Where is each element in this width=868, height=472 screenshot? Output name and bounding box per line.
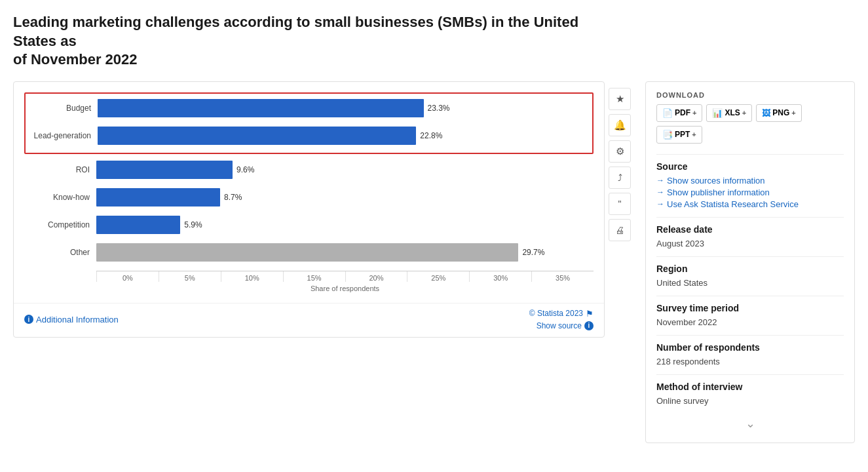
x-axis: 0% 5% 10% 15% 20% 25% 30% 35% (96, 271, 594, 282)
region-section: Region United States (656, 264, 844, 288)
download-section: DOWNLOAD 📄 PDF + 📊 XLS + 🖼 PNG + (656, 91, 844, 144)
bar-value-competition: 5.9% (184, 220, 202, 229)
method-section: Method of interview Online survey (656, 382, 844, 406)
info-icon: i (24, 315, 33, 324)
bar-value-lead-generation: 22.8% (420, 131, 442, 140)
bar-row-competition: Competition 5.9% (24, 216, 594, 234)
divider-5 (656, 335, 844, 336)
bar-label-budget: Budget (26, 104, 98, 113)
x-axis-label: Share of respondents (96, 285, 594, 292)
bar-value-knowhow: 8.7% (224, 193, 242, 202)
respondents-title: Number of respondents (656, 342, 844, 353)
bar-label-knowhow: Know-how (24, 193, 96, 202)
xls-icon: 📊 (712, 108, 723, 118)
bar-knowhow (96, 188, 220, 206)
divider-3 (656, 256, 844, 257)
ppt-label: PPT (675, 130, 690, 139)
bar-row-budget: Budget 23.3% (26, 99, 587, 117)
bar-container-budget: 23.3% (98, 99, 587, 117)
method-title: Method of interview (656, 382, 844, 392)
download-png-button[interactable]: 🖼 PNG + (756, 104, 801, 122)
source-title: Source (656, 161, 844, 172)
show-source-button[interactable]: Show source i (537, 321, 594, 330)
bar-label-competition: Competition (24, 220, 96, 229)
bar-row-lead-generation: Lead-generation 22.8% (26, 127, 587, 145)
region-value: United States (656, 278, 844, 288)
bar-competition (96, 216, 180, 234)
bar-lead-generation (98, 127, 416, 145)
ppt-plus: + (692, 130, 696, 138)
chart-inner: Budget 23.3% Lead-generation 22.8% (14, 82, 604, 298)
png-plus: + (791, 109, 795, 117)
png-icon: 🖼 (762, 108, 770, 118)
survey-time-title: Survey time period (656, 303, 844, 313)
ask-statista-link[interactable]: Use Ask Statista Research Service (656, 199, 844, 209)
bar-label-lead-generation: Lead-generation (26, 131, 98, 140)
flag-icon: ⚑ (586, 309, 594, 319)
respondents-value: 218 respondents (656, 357, 844, 366)
bar-label-other: Other (24, 248, 96, 257)
x-tick-20: 20% (345, 271, 407, 282)
x-tick-10: 10% (221, 271, 283, 282)
right-panel: DOWNLOAD 📄 PDF + 📊 XLS + 🖼 PNG + (645, 81, 855, 443)
x-tick-30: 30% (469, 271, 531, 282)
bar-row-knowhow: Know-how 8.7% (24, 188, 594, 206)
bar-other (96, 243, 518, 262)
method-value: Online survey (656, 396, 844, 406)
source-section: Source Show sources information Show pub… (656, 161, 844, 209)
release-date-value: August 2023 (656, 239, 844, 248)
bar-label-roi: ROI (24, 165, 96, 174)
ppt-icon: 📑 (662, 130, 673, 140)
additional-info-button[interactable]: i Additional Information (24, 315, 119, 324)
print-button[interactable]: 🖨 (609, 219, 631, 241)
show-publisher-info-link[interactable]: Show publisher information (656, 187, 844, 197)
bar-container-competition: 5.9% (96, 216, 594, 234)
download-buttons: 📄 PDF + 📊 XLS + 🖼 PNG + 📑 PPT + (656, 104, 844, 144)
pdf-plus: + (692, 109, 696, 117)
highlighted-bars-box: Budget 23.3% Lead-generation 22.8% (24, 92, 594, 154)
bar-value-other: 29.7% (522, 248, 544, 257)
divider-6 (656, 374, 844, 375)
region-title: Region (656, 264, 844, 274)
bar-budget (98, 99, 424, 117)
xls-label: XLS (725, 108, 740, 117)
download-xls-button[interactable]: 📊 XLS + (706, 104, 752, 122)
share-icon: ⤴ (618, 172, 622, 183)
x-tick-35: 35% (531, 271, 594, 282)
main-layout: Budget 23.3% Lead-generation 22.8% (13, 81, 855, 443)
survey-time-value: November 2022 (656, 317, 844, 327)
bell-button[interactable]: 🔔 (609, 114, 631, 136)
x-tick-5: 5% (159, 271, 221, 282)
bar-row-other: Other 29.7% (24, 243, 594, 262)
xls-plus: + (742, 109, 746, 117)
bar-roi (96, 161, 233, 179)
scroll-indicator: ⌄ (656, 414, 844, 433)
respondents-section: Number of respondents 218 respondents (656, 342, 844, 366)
download-ppt-button[interactable]: 📑 PPT + (656, 126, 702, 144)
x-tick-25: 25% (407, 271, 469, 282)
download-pdf-button[interactable]: 📄 PDF + (656, 104, 702, 122)
bar-container-roi: 9.6% (96, 161, 594, 179)
star-button[interactable]: ★ (609, 88, 631, 110)
share-button[interactable]: ⤴ (609, 167, 631, 189)
chart-footer: i Additional Information © Statista 2023… (14, 303, 604, 337)
x-tick-0: 0% (96, 271, 159, 282)
bar-row-roi: ROI 9.6% (24, 161, 594, 179)
divider-1 (656, 154, 844, 155)
download-label: DOWNLOAD (656, 91, 844, 99)
png-label: PNG (772, 108, 789, 117)
gear-button[interactable]: ⚙ (609, 140, 631, 163)
show-sources-info-link[interactable]: Show sources information (656, 176, 844, 186)
bar-container-lead-generation: 22.8% (98, 127, 587, 145)
side-toolbar: ★ 🔔 ⚙ ⤴ " 🖨 (605, 81, 635, 338)
statista-copyright: © Statista 2023 ⚑ (529, 309, 594, 319)
bar-value-budget: 23.3% (428, 104, 450, 113)
quote-button[interactable]: " (609, 193, 631, 215)
source-info-icon: i (584, 321, 594, 330)
divider-2 (656, 217, 844, 218)
bell-icon: 🔔 (614, 119, 626, 131)
pdf-label: PDF (675, 108, 690, 117)
release-date-title: Release date (656, 224, 844, 235)
print-icon: 🖨 (615, 225, 624, 235)
bar-container-knowhow: 8.7% (96, 188, 594, 206)
